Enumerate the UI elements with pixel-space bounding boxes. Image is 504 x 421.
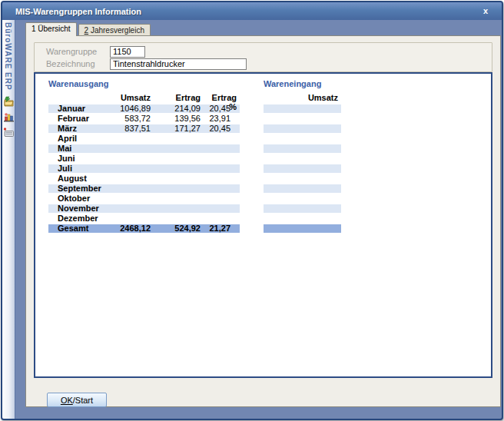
left-sidebar: BüroWARE ERP — [2, 20, 15, 419]
table-row: September — [48, 184, 240, 193]
cell-ertrag — [152, 184, 202, 193]
cell-umsatz — [104, 154, 152, 163]
table-row: Mai — [48, 144, 240, 153]
folder-import-icon[interactable] — [3, 96, 15, 108]
table-row: April — [48, 134, 240, 143]
cell-ertrag — [152, 174, 202, 183]
cell-ertrag — [152, 164, 202, 173]
bezeichnung-label: Bezeichnung — [46, 59, 110, 68]
wareneingang-row — [264, 114, 341, 123]
cell-month: Januar — [48, 104, 104, 113]
cell-ertrag — [152, 204, 202, 213]
cell-month: Mai — [48, 144, 104, 153]
cell-ertrag: 524,92 — [152, 224, 202, 233]
cell-ertrag: 214,09 — [152, 104, 202, 113]
ok-accel: OK — [61, 396, 73, 405]
cell-umsatz — [104, 204, 152, 213]
cell-month: Juni — [48, 154, 104, 163]
cell-ertrag — [152, 134, 202, 143]
wareneingang-row — [264, 134, 341, 143]
wareneingang-row — [264, 144, 341, 153]
cell-month: November — [48, 204, 104, 213]
table-row: Oktober — [48, 194, 240, 203]
wareneingang-row — [264, 224, 341, 233]
data-panel: Warenausgang Umsatz Ertrag Ertrag % Janu… — [34, 72, 492, 378]
cell-ertrag_pct — [202, 134, 240, 143]
cell-umsatz — [104, 144, 152, 153]
cell-ertrag_pct — [202, 214, 240, 223]
cell-ertrag — [152, 154, 202, 163]
cell-umsatz — [104, 164, 152, 173]
table-row: November — [48, 204, 240, 213]
cell-umsatz — [104, 174, 152, 183]
table-row: Dezember — [48, 214, 240, 223]
cell-umsatz — [104, 194, 152, 203]
cell-ertrag: 139,56 — [152, 114, 202, 123]
brand-label: BüroWARE ERP — [4, 22, 12, 91]
cell-ertrag_pct — [202, 144, 240, 153]
cell-ertrag_pct — [202, 164, 240, 173]
warengruppe-input[interactable] — [110, 46, 145, 58]
cell-month: April — [48, 134, 104, 143]
wareneingang-row — [264, 174, 341, 183]
window-title: MIS-Warengruppen Information — [2, 7, 141, 16]
wareneingang-section: Wareneingang Umsatz — [264, 79, 341, 234]
cell-ertrag — [152, 194, 202, 203]
close-icon[interactable]: x — [479, 5, 492, 17]
cell-month: Gesamt — [48, 224, 104, 233]
wareneingang-title: Wareneingang — [264, 79, 341, 88]
tab-uebersicht[interactable]: 1 Übersicht — [25, 22, 77, 36]
cell-month: Oktober — [48, 194, 104, 203]
cell-ertrag_pct — [202, 154, 240, 163]
sidebar-toolbar — [2, 96, 15, 138]
cell-ertrag: 171,27 — [152, 124, 202, 133]
wareneingang-row — [264, 104, 341, 113]
printer-icon[interactable] — [3, 127, 15, 138]
table-row: Juli — [48, 164, 240, 173]
cell-ertrag_pct — [202, 204, 240, 213]
cell-month: Februar — [48, 114, 104, 123]
cell-month: Dezember — [48, 214, 104, 223]
screen: MIS-Warengruppen Information x BüroWARE … — [0, 0, 504, 421]
cell-umsatz — [104, 214, 152, 223]
cell-umsatz: 837,51 — [104, 124, 152, 133]
tab-jahresvergleich[interactable]: 2 Jahresvergleich — [78, 24, 151, 36]
cell-month: Juli — [48, 164, 104, 173]
bezeichnung-input[interactable] — [110, 58, 247, 70]
warenausgang-rows: Januar1046,89214,0920,45Februar583,72139… — [48, 104, 240, 233]
cell-month: März — [48, 124, 104, 133]
warenausgang-section: Warenausgang Umsatz Ertrag Ertrag % Janu… — [48, 79, 240, 234]
wareneingang-umsatz-header: Umsatz — [264, 93, 341, 104]
tab-uebersicht-label: 1 Übersicht — [32, 25, 71, 33]
warengruppe-label: Warengruppe — [46, 47, 110, 56]
table-row: März837,51171,2720,45 — [48, 124, 240, 133]
title-bar: MIS-Warengruppen Information x — [2, 2, 502, 20]
cell-ertrag — [152, 214, 202, 223]
wareneingang-row — [264, 214, 341, 223]
table-row: Juni — [48, 154, 240, 163]
cell-umsatz: 2468,12 — [104, 224, 152, 233]
cell-ertrag_pct: 23,91 — [202, 114, 240, 123]
form-row-warengruppe: Warengruppe — [46, 45, 145, 58]
wareneingang-rows — [264, 104, 341, 233]
cell-ertrag_pct — [202, 194, 240, 203]
table-row: Gesamt2468,12524,9221,27 — [48, 224, 240, 233]
table-row: Januar1046,89214,0920,45 — [48, 104, 240, 113]
wareneingang-row — [264, 184, 341, 193]
cell-ertrag_pct: 21,27 — [202, 224, 240, 233]
ok-start-button[interactable]: OK/Start — [47, 393, 107, 407]
chart-icon[interactable] — [3, 111, 15, 123]
table-row: Februar583,72139,5623,91 — [48, 114, 240, 123]
app-window: MIS-Warengruppen Information x BüroWARE … — [1, 1, 503, 420]
wareneingang-row — [264, 124, 341, 133]
cell-month: August — [48, 174, 104, 183]
warenausgang-title: Warenausgang — [48, 79, 240, 88]
cell-ertrag_pct: 20,45 — [202, 104, 240, 113]
form-groupbox: Warengruppe Bezeichnung — [34, 42, 492, 72]
cell-ertrag_pct: 20,45 — [202, 124, 240, 133]
cell-umsatz — [104, 184, 152, 193]
cell-ertrag_pct — [202, 174, 240, 183]
table-row: August — [48, 174, 240, 183]
tab-page-uebersicht: Warengruppe Bezeichnung Warenausgang Ums… — [25, 35, 501, 407]
warenausgang-header: Umsatz Ertrag Ertrag % — [48, 93, 240, 104]
